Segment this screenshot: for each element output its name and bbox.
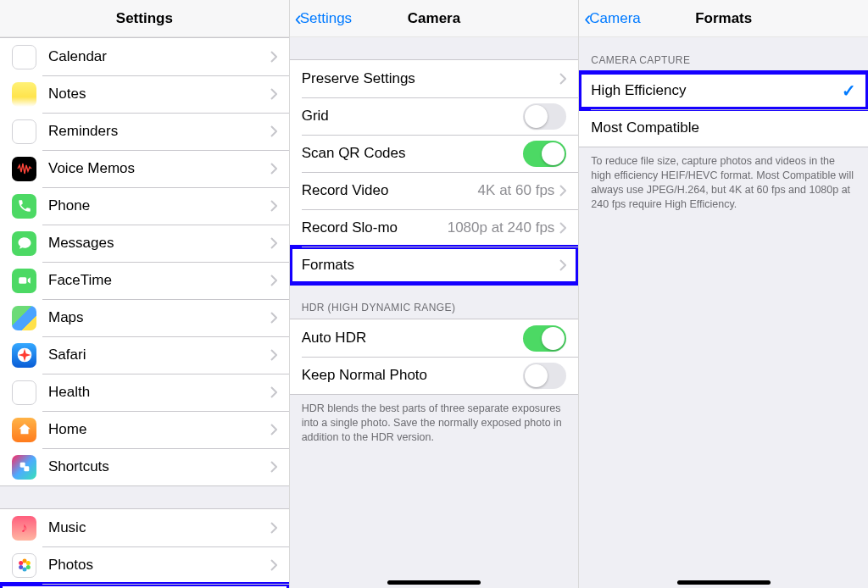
- row-label: Health: [48, 384, 270, 401]
- formats-panel: ‹ Camera Formats CAMERA CAPTURE High Eff…: [579, 0, 868, 588]
- row-label: Record Slo-mo: [302, 219, 448, 236]
- row-messages[interactable]: Messages: [0, 225, 289, 262]
- settings-scroll[interactable]: Calendar Notes ⋮ Reminders Voice Memos: [0, 37, 289, 588]
- camera-scroll[interactable]: Preserve Settings Grid Scan QR Codes Rec…: [290, 37, 579, 588]
- chevron-right-icon: [270, 125, 277, 137]
- row-record-slomo[interactable]: Record Slo-mo 1080p at 240 fps: [290, 209, 579, 247]
- svg-point-5: [25, 561, 30, 565]
- keep-normal-toggle[interactable]: [523, 363, 566, 389]
- navbar-settings: Settings: [0, 0, 289, 37]
- row-formats[interactable]: Formats: [290, 247, 579, 284]
- row-shortcuts[interactable]: Shortcuts: [0, 448, 289, 485]
- chevron-right-icon: [270, 237, 277, 249]
- home-icon: [12, 418, 36, 442]
- music-icon: ♪: [12, 516, 36, 541]
- row-record-video[interactable]: Record Video 4K at 60 fps: [290, 172, 579, 209]
- health-icon: ♥: [12, 380, 36, 405]
- row-label: Phone: [48, 197, 270, 214]
- notes-icon: [12, 82, 36, 107]
- facetime-icon: [12, 269, 36, 293]
- formats-group: High Efficiency ✓ Most Compatible: [579, 71, 868, 147]
- row-most-compatible[interactable]: Most Compatible: [579, 109, 868, 147]
- capture-section-header: CAMERA CAPTURE: [579, 37, 868, 71]
- home-indicator: [387, 580, 481, 585]
- chevron-right-icon: [270, 275, 277, 286]
- back-label: Settings: [300, 10, 352, 27]
- navbar-title: Camera: [408, 10, 460, 27]
- row-facetime[interactable]: FaceTime: [0, 262, 289, 299]
- back-label: Camera: [589, 10, 640, 27]
- row-detail: 4K at 60 fps: [478, 182, 560, 199]
- row-safari[interactable]: Safari: [0, 336, 289, 374]
- back-button[interactable]: ‹ Camera: [584, 8, 640, 29]
- row-label: Record Video: [302, 182, 478, 199]
- chevron-right-icon: [270, 312, 277, 324]
- phone-icon: [12, 194, 36, 219]
- chevron-right-icon: [559, 185, 566, 197]
- row-label: Formats: [302, 257, 560, 274]
- chevron-right-icon: [559, 222, 566, 234]
- row-label: Most Compatible: [591, 119, 856, 136]
- row-label: Preserve Settings: [302, 70, 560, 87]
- row-auto-hdr: Auto HDR: [290, 319, 579, 357]
- scan-qr-toggle[interactable]: [523, 141, 566, 167]
- row-label: Photos: [48, 557, 270, 574]
- svg-point-9: [19, 561, 23, 565]
- navbar-title: Formats: [695, 10, 752, 27]
- svg-point-8: [19, 565, 23, 569]
- row-scan-qr: Scan QR Codes: [290, 135, 579, 172]
- row-high-efficiency[interactable]: High Efficiency ✓: [579, 72, 868, 109]
- chevron-right-icon: [270, 163, 277, 175]
- row-calendar[interactable]: Calendar: [0, 38, 289, 75]
- chevron-right-icon: [270, 559, 277, 571]
- photos-icon: [12, 553, 36, 578]
- row-reminders[interactable]: ⋮ Reminders: [0, 113, 289, 150]
- hdr-footer: HDR blends the best parts of three separ…: [290, 395, 579, 455]
- row-label: Safari: [48, 347, 270, 363]
- svg-point-6: [25, 565, 30, 569]
- row-photos[interactable]: Photos: [0, 546, 289, 584]
- row-maps[interactable]: Maps: [0, 299, 289, 336]
- settings-group-2: ♪ Music Photos Camera Game Center: [0, 508, 289, 588]
- row-keep-normal: Keep Normal Photo: [290, 357, 579, 394]
- safari-icon: [12, 343, 36, 368]
- hdr-section-header: HDR (HIGH DYNAMIC RANGE): [290, 285, 579, 319]
- row-label: Music: [48, 519, 270, 536]
- row-label: Notes: [48, 86, 270, 103]
- row-camera[interactable]: Camera: [0, 584, 289, 588]
- reminders-icon: ⋮: [12, 119, 36, 144]
- svg-rect-0: [19, 277, 26, 284]
- row-home[interactable]: Home: [0, 411, 289, 448]
- shortcuts-icon: [12, 455, 36, 480]
- camera-panel: ‹ Settings Camera Preserve Settings Grid…: [290, 0, 580, 588]
- row-music[interactable]: ♪ Music: [0, 509, 289, 546]
- row-voice-memos[interactable]: Voice Memos: [0, 150, 289, 187]
- svg-point-4: [22, 559, 26, 563]
- auto-hdr-toggle[interactable]: [523, 325, 566, 352]
- voice-memos-icon: [12, 157, 36, 181]
- svg-point-7: [22, 568, 26, 572]
- back-button[interactable]: ‹ Settings: [295, 8, 352, 29]
- chevron-right-icon: [270, 349, 277, 361]
- formats-footer: To reduce file size, capture photos and …: [579, 147, 868, 222]
- camera-group-1: Preserve Settings Grid Scan QR Codes Rec…: [290, 59, 579, 285]
- row-preserve-settings[interactable]: Preserve Settings: [290, 60, 579, 97]
- row-label: Auto HDR: [302, 330, 524, 347]
- row-label: Grid: [302, 108, 524, 125]
- chevron-right-icon: [270, 51, 277, 63]
- row-notes[interactable]: Notes: [0, 75, 289, 113]
- row-label: Shortcuts: [48, 458, 270, 475]
- settings-panel: Settings Calendar Notes ⋮ Reminders: [0, 0, 290, 588]
- navbar-title: Settings: [116, 10, 173, 27]
- row-phone[interactable]: Phone: [0, 187, 289, 225]
- row-health[interactable]: ♥ Health: [0, 374, 289, 411]
- checkmark-icon: ✓: [842, 80, 856, 101]
- messages-icon: [12, 231, 36, 256]
- navbar-formats: ‹ Camera Formats: [579, 0, 868, 37]
- calendar-icon: [12, 45, 36, 69]
- grid-toggle[interactable]: [523, 103, 566, 130]
- chevron-right-icon: [270, 461, 277, 473]
- row-label: Messages: [48, 235, 270, 252]
- row-label: Calendar: [48, 48, 270, 65]
- formats-scroll[interactable]: CAMERA CAPTURE High Efficiency ✓ Most Co…: [579, 37, 868, 588]
